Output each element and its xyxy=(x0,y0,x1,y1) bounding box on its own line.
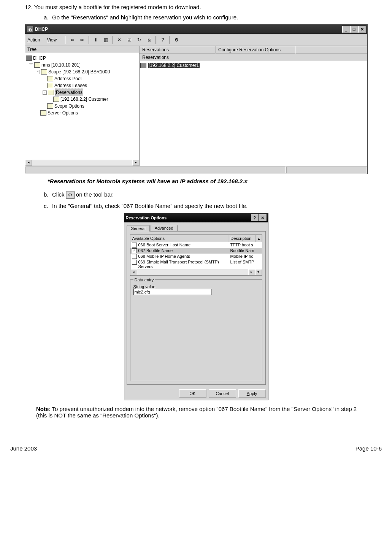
collapse-icon[interactable]: - xyxy=(36,70,40,74)
separator xyxy=(89,36,89,44)
tree-scope-opts[interactable]: Scope Options xyxy=(54,103,84,109)
maximize-button[interactable]: □ xyxy=(350,26,358,33)
string-value-input[interactable] xyxy=(133,289,212,295)
step-a-text: Go the "Reservations" and highlight the … xyxy=(52,14,238,21)
export-button[interactable]: ⎘ xyxy=(144,35,154,44)
separator xyxy=(65,36,66,44)
col-available-options[interactable]: Available Options xyxy=(130,235,229,242)
tree-root[interactable]: DHCP xyxy=(33,55,46,62)
dhcp-icon xyxy=(26,56,32,61)
separator xyxy=(169,36,170,44)
page-footer: June 2003 Page 10-6 xyxy=(10,445,382,452)
apply-button[interactable]: Apply xyxy=(238,389,266,398)
tree-nms[interactable]: nms [10.10.10.201] xyxy=(41,62,81,68)
col-empty xyxy=(295,46,367,54)
option-row-067[interactable]: ✓ 067 Bootfile Name Bootfile Nam xyxy=(130,248,262,254)
option-desc: Bootfile Nam xyxy=(230,248,254,253)
refresh-button[interactable]: ↻ xyxy=(135,35,144,44)
option-row-068[interactable]: 068 Mobile IP Home Agents Mobile IP ho xyxy=(130,254,262,259)
checkbox-067[interactable]: ✓ xyxy=(132,248,137,253)
string-value-label: String value: xyxy=(133,284,259,289)
col-reservations[interactable]: Reservations xyxy=(140,46,216,54)
tree-server-opts[interactable]: Server Options xyxy=(48,109,78,116)
cancel-button[interactable]: Cancel xyxy=(209,389,236,398)
close-button[interactable]: ✕ xyxy=(259,214,267,221)
list-item[interactable]: [192.168.2.2] Customer1 xyxy=(140,62,367,69)
tree[interactable]: DHCP -nms [10.10.10.201] -Scope [192.168… xyxy=(25,53,139,160)
show-hide-button[interactable]: ▥ xyxy=(101,35,110,44)
col-config-options[interactable]: Configure Reservation Options xyxy=(216,46,295,54)
tree-res-item[interactable]: [192.168.2.2] Customer xyxy=(60,96,108,103)
col-description[interactable]: Description xyxy=(229,235,256,242)
delete-button[interactable]: ✕ xyxy=(115,35,124,44)
step-a: a.Go the "Reservations" and highlight th… xyxy=(44,14,382,21)
h-scrollbar[interactable]: ◂ ▸ xyxy=(25,160,139,166)
scroll-down-button[interactable]: ▾ xyxy=(255,269,262,275)
minimize-button[interactable]: _ xyxy=(342,26,350,33)
figure-caption: *Reservations for Motorola systems will … xyxy=(48,178,382,184)
status-bar xyxy=(25,166,367,174)
collapse-icon[interactable]: - xyxy=(29,63,33,67)
dialog-title-bar[interactable]: Reservation Options ? ✕ xyxy=(124,213,268,222)
footer-right: Page 10-6 xyxy=(355,445,382,452)
option-row-066[interactable]: 066 Boot Server Host Name TFTP boot s xyxy=(130,242,262,248)
help-button[interactable]: ? xyxy=(158,35,167,44)
ok-button[interactable]: OK xyxy=(179,389,206,398)
tab-advanced[interactable]: Advanced xyxy=(151,225,178,231)
tree-tab[interactable]: Tree xyxy=(25,46,139,53)
step-b-post: on the tool bar. xyxy=(75,191,114,198)
window-title: DHCP xyxy=(35,27,48,32)
checkbox-066[interactable] xyxy=(132,243,137,247)
separator xyxy=(156,36,156,44)
step-b-pre: Click xyxy=(52,191,66,198)
folder-icon xyxy=(48,90,54,95)
tree-leases[interactable]: Address Leases xyxy=(54,82,87,89)
separator xyxy=(112,36,113,44)
option-desc: Mobile IP ho xyxy=(230,254,254,259)
option-row-069[interactable]: 069 Simple Mail Transport Protocol (SMTP… xyxy=(130,259,262,269)
item-icon xyxy=(140,63,146,68)
tree-pane: Tree DHCP -nms [10.10.10.201] -Scope [19… xyxy=(25,46,140,166)
folder-icon xyxy=(47,76,53,81)
scroll-right-button[interactable]: ▸ xyxy=(132,160,139,166)
options-listbox[interactable]: Available Options Description ▴ 066 Boot… xyxy=(130,235,262,276)
menu-action[interactable]: Action xyxy=(27,37,40,43)
data-entry-legend: Data entry xyxy=(133,278,155,282)
title-bar[interactable]: ◐ DHCP _ □ ✕ xyxy=(25,25,367,34)
checkbox-069[interactable] xyxy=(132,260,137,265)
options-button[interactable]: ⚙ xyxy=(172,35,181,44)
tab-general[interactable]: General xyxy=(127,225,150,232)
step-12: 12. You must specify a bootfile for the … xyxy=(25,4,382,10)
folder-icon xyxy=(47,83,53,88)
app-icon: ◐ xyxy=(27,26,33,33)
properties-button[interactable]: ☑ xyxy=(125,35,134,44)
scroll-right-button[interactable]: ▸ xyxy=(248,269,255,275)
up-button[interactable]: ⬆ xyxy=(91,35,100,44)
checkbox-068[interactable] xyxy=(132,254,137,259)
scroll-up-button[interactable]: ▴ xyxy=(256,235,262,242)
gear-icon: ⚙ xyxy=(66,191,75,199)
tree-pool[interactable]: Address Pool xyxy=(54,75,81,82)
reservations-list[interactable]: [192.168.2.2] Customer1 xyxy=(140,61,367,166)
step-c-text: In the "General" tab, check "067 Bootfil… xyxy=(52,203,248,209)
item-icon xyxy=(53,97,59,102)
dialog-title: Reservation Options xyxy=(126,216,167,220)
tabs: General Advanced xyxy=(124,222,268,231)
scroll-left-button[interactable]: ◂ xyxy=(130,269,137,275)
folder-icon xyxy=(41,69,47,75)
back-button[interactable]: ⇦ xyxy=(68,35,77,44)
tree-reservations[interactable]: Reservations xyxy=(55,89,83,96)
option-desc: List of SMTP xyxy=(230,260,254,269)
collapse-icon[interactable]: - xyxy=(43,90,47,95)
menu-view[interactable]: View xyxy=(47,37,57,43)
scroll-left-button[interactable]: ◂ xyxy=(25,160,32,166)
option-label: 068 Mobile IP Home Agents xyxy=(138,254,230,259)
step-c: c.In the "General" tab, check "067 Bootf… xyxy=(44,203,382,209)
list-item-label: [192.168.2.2] Customer1 xyxy=(148,63,200,68)
option-label: 069 Simple Mail Transport Protocol (SMTP… xyxy=(138,260,230,269)
close-button[interactable]: ✕ xyxy=(358,26,366,33)
tree-scope[interactable]: Scope [192.168.2.0] BSR1000 xyxy=(48,68,110,75)
col-reservations-2[interactable]: Reservations xyxy=(140,54,367,61)
forward-button[interactable]: ⇨ xyxy=(78,35,87,44)
help-button[interactable]: ? xyxy=(251,214,259,221)
